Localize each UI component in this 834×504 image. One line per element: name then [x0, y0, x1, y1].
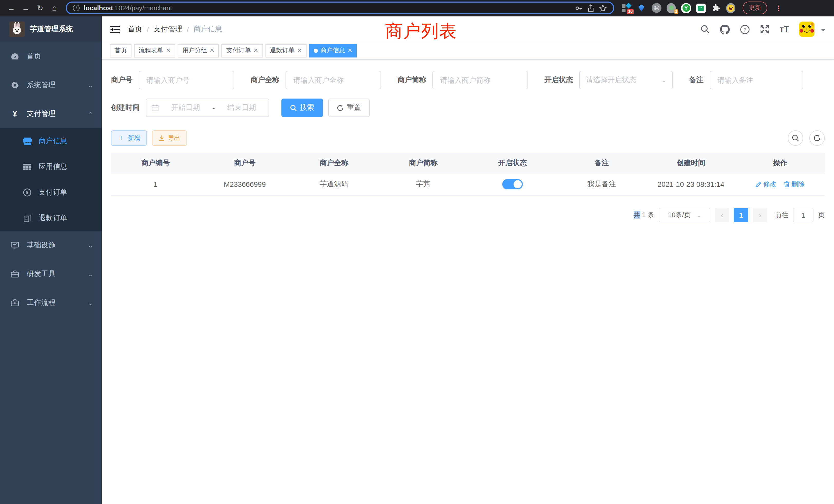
status-label: 开启状态 [544, 75, 573, 85]
goto-label: 前往 [775, 210, 788, 220]
download-icon [159, 135, 165, 141]
browser-update-button[interactable]: 更新 [743, 2, 767, 14]
breadcrumb-current: 商户信息 [194, 25, 222, 34]
top-navbar: 首页 / 支付管理 / 商户信息 商户列表 ? [102, 17, 834, 42]
avatar-dropdown-caret[interactable] [821, 29, 826, 34]
sidebar-item-app-info[interactable]: 应用信息 [0, 154, 102, 180]
toggle-search-button[interactable] [788, 130, 803, 146]
merchant-short-label: 商户简称 [397, 75, 426, 85]
chevron-up-icon: ⌃ [87, 111, 94, 117]
active-tab-dot [314, 48, 318, 53]
remark-input[interactable] [710, 71, 803, 89]
date-range-picker[interactable]: 开始日期 - 结束日期 [146, 98, 269, 117]
font-size-icon[interactable]: ᴛT [780, 25, 789, 34]
browser-home-icon[interactable]: ⌂ [48, 2, 61, 14]
close-icon[interactable]: ✕ [254, 47, 258, 54]
sidebar-item-pay[interactable]: ¥ 支付管理 ⌃ [0, 99, 102, 128]
total-count: 共 1 条 [634, 210, 654, 220]
user-avatar[interactable] [799, 22, 814, 37]
reset-button[interactable]: 重置 [328, 98, 370, 117]
bookmark-star-icon[interactable] [599, 4, 607, 12]
tab-home[interactable]: 首页 [110, 44, 131, 57]
cell-merchant-short-name: 芋艿 [379, 174, 468, 195]
remark-label: 备注 [689, 75, 704, 85]
search-button[interactable]: 搜索 [281, 98, 323, 117]
browser-menu-icon[interactable]: ⋮ [775, 4, 782, 12]
sidebar-item-home[interactable]: 首页 [0, 42, 102, 71]
page-size-select[interactable]: 10条/页 ⌄ [659, 208, 710, 222]
merchant-no-label: 商户号 [111, 75, 132, 85]
merchant-name-label: 商户全称 [250, 75, 279, 85]
tab-pay-order[interactable]: 支付订单✕ [222, 44, 263, 57]
sidebar-item-merchant[interactable]: 商户信息 [0, 128, 102, 154]
end-date-placeholder: 结束日期 [220, 103, 263, 112]
browser-reload-icon[interactable]: ↻ [34, 2, 46, 14]
cell-create-time: 2021-10-23 08:31:14 [646, 174, 736, 195]
create-time-label: 创建时间 [111, 103, 140, 112]
extension-blocks-icon[interactable]: 10 [621, 3, 632, 13]
extension-y-icon[interactable]: Y [681, 3, 691, 13]
close-icon[interactable]: ✕ [348, 47, 352, 54]
chevron-down-icon: ⌄ [87, 300, 94, 306]
sidebar-item-infra[interactable]: 基础设施 ⌄ [0, 231, 102, 260]
browser-extensions: 10 ⌘ 1 Y ▪▪ 更新 ⋮ [619, 2, 785, 14]
store-icon [23, 137, 32, 145]
calendar-icon [152, 104, 159, 111]
sidebar-item-devtool[interactable]: 研发工具 ⌄ [0, 260, 102, 289]
close-icon[interactable]: ✕ [297, 47, 302, 54]
close-icon[interactable]: ✕ [166, 47, 171, 54]
profile-emoji-icon[interactable] [726, 3, 736, 13]
edit-link[interactable]: 修改 [755, 180, 776, 189]
sidebar-item-refund-order[interactable]: 退款订单 [0, 205, 102, 231]
page-unit-label: 页 [818, 210, 825, 220]
sidebar-logo[interactable]: 芋道管理系统 [0, 17, 102, 42]
start-date-placeholder: 开始日期 [164, 103, 207, 112]
browser-back-icon[interactable]: ← [5, 2, 18, 14]
help-icon[interactable]: ? [740, 24, 750, 34]
close-icon[interactable]: ✕ [210, 47, 214, 54]
info-icon[interactable]: i [73, 5, 80, 11]
sidebar-item-pay-order[interactable]: ¥ 支付订单 [0, 180, 102, 205]
extensions-puzzle-icon[interactable] [711, 3, 721, 13]
tab-flow-form[interactable]: 流程表单✕ [134, 44, 175, 57]
briefcase-icon [10, 299, 20, 306]
tab-merchant-active[interactable]: 商户信息✕ [309, 44, 357, 57]
pagination: 共 1 条 10条/页 ⌄ ‹ 1 › 前往 页 [111, 208, 825, 222]
sidebar-item-workflow[interactable]: 工作流程 ⌄ [0, 289, 102, 317]
status-toggle[interactable] [502, 179, 523, 189]
fullscreen-icon[interactable] [760, 25, 770, 34]
current-page-button[interactable]: 1 [734, 208, 748, 222]
extension-avatar-badge-icon[interactable]: 1 [666, 3, 676, 13]
url-bar[interactable]: i localhost:1024/pay/merchant [66, 2, 614, 14]
goto-page-input[interactable] [793, 208, 813, 222]
status-select[interactable]: 请选择开启状态 ⌄ [579, 71, 673, 89]
refresh-table-button[interactable] [809, 130, 825, 146]
extension-gem-icon[interactable] [636, 3, 646, 13]
header-search-icon[interactable] [701, 25, 710, 34]
merchant-name-input[interactable] [286, 71, 381, 89]
share-icon[interactable] [587, 4, 595, 12]
plus-icon: ＋ [117, 134, 125, 143]
sidebar-toggle-icon[interactable] [110, 25, 120, 33]
extension-chat-icon[interactable]: ▪▪ [696, 3, 706, 13]
github-icon[interactable] [720, 24, 730, 34]
extension-command-icon[interactable]: ⌘ [651, 3, 661, 13]
tab-refund-order[interactable]: 退款订单✕ [265, 44, 306, 57]
breadcrumb-home[interactable]: 首页 [128, 25, 142, 34]
delete-link[interactable]: 删除 [784, 180, 805, 189]
tab-user-group[interactable]: 用户分组✕ [178, 44, 219, 57]
export-button[interactable]: 导出 [152, 130, 187, 146]
page-content: 商户号 商户全称 商户简称 开启状态 请选择开启状态 [102, 60, 834, 504]
merchant-no-input[interactable] [139, 71, 234, 89]
gear-icon [10, 81, 20, 89]
add-button[interactable]: ＋ 新增 [111, 130, 147, 146]
monitor-icon [10, 242, 20, 249]
sidebar: 芋道管理系统 首页 系统管理 ⌄ ¥ 支付管理 ⌃ [0, 17, 102, 504]
password-key-icon[interactable] [575, 4, 583, 12]
sidebar-item-system[interactable]: 系统管理 ⌄ [0, 71, 102, 99]
browser-forward-icon[interactable]: → [20, 2, 32, 14]
breadcrumb-pay[interactable]: 支付管理 [154, 25, 182, 34]
merchant-short-input[interactable] [433, 71, 528, 89]
prev-page-button[interactable]: ‹ [715, 208, 729, 222]
next-page-button[interactable]: › [753, 208, 767, 222]
